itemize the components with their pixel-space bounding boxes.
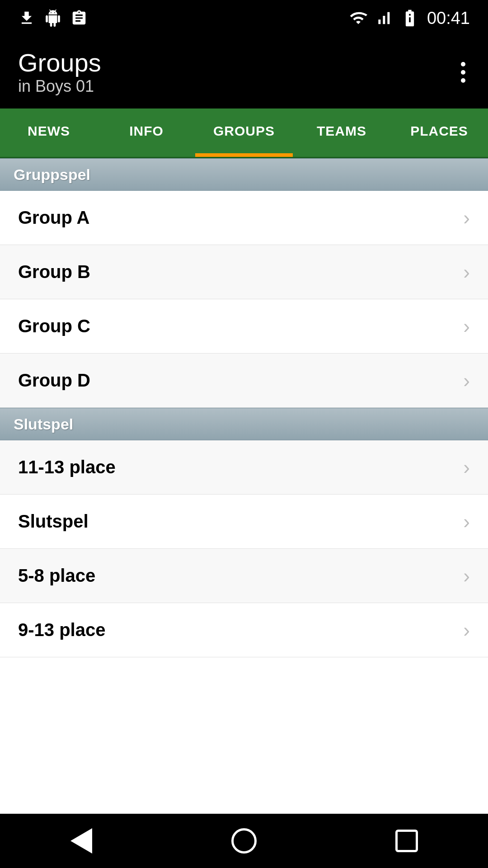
list-item-11-13-place[interactable]: 11-13 place ›	[0, 440, 488, 495]
section-header-slutspel-label: Slutspel	[14, 415, 73, 433]
list-item-9-13-place[interactable]: 9-13 place ›	[0, 603, 488, 657]
list-item-group-d[interactable]: Group D ›	[0, 354, 488, 408]
section-header-slutspel: Slutspel	[0, 408, 488, 440]
chevron-right-icon: ›	[463, 261, 470, 283]
list-item-group-a-label: Group A	[18, 208, 90, 228]
list-item-group-b[interactable]: Group B ›	[0, 245, 488, 299]
status-time: 00:41	[427, 9, 470, 28]
back-button[interactable]	[54, 814, 108, 868]
overflow-menu-button[interactable]	[456, 57, 470, 87]
section-header-gruppspel-label: Gruppspel	[14, 166, 90, 184]
list-item-group-b-label: Group B	[18, 262, 90, 282]
list-item-5-8-label: 5-8 place	[18, 566, 95, 586]
tab-info[interactable]: INFO	[98, 108, 195, 157]
menu-dot-2	[461, 70, 465, 75]
list-item-slutspel[interactable]: Slutspel ›	[0, 495, 488, 549]
bottom-nav-bar	[0, 814, 488, 868]
tab-teams-label: TEAMS	[317, 123, 366, 139]
tab-news-label: NEWS	[28, 123, 70, 139]
list-item-5-8-place[interactable]: 5-8 place ›	[0, 549, 488, 603]
tab-news[interactable]: NEWS	[0, 108, 98, 157]
signal-icon	[375, 9, 393, 27]
wifi-icon	[349, 9, 367, 27]
status-bar: 00:41	[0, 0, 488, 36]
tab-active-indicator	[195, 153, 293, 157]
chevron-right-icon: ›	[463, 565, 470, 587]
recents-icon	[395, 830, 418, 852]
content-area: Gruppspel Group A › Group B › Group C › …	[0, 158, 488, 814]
chevron-right-icon: ›	[463, 456, 470, 479]
home-button[interactable]	[217, 814, 271, 868]
tab-info-label: INFO	[129, 123, 164, 139]
chevron-right-icon: ›	[463, 315, 470, 338]
notification-icon	[70, 9, 88, 27]
menu-dot-1	[461, 62, 465, 66]
section-header-gruppspel: Gruppspel	[0, 158, 488, 191]
home-icon	[231, 828, 257, 854]
tab-bar: NEWS INFO GROUPS TEAMS PLACES	[0, 108, 488, 158]
list-item-11-13-label: 11-13 place	[18, 457, 116, 477]
chevron-right-icon: ›	[463, 207, 470, 229]
back-icon	[70, 828, 92, 854]
tab-places[interactable]: PLACES	[390, 108, 488, 157]
list-item-9-13-label: 9-13 place	[18, 620, 105, 640]
tab-groups[interactable]: GROUPS	[195, 108, 293, 157]
header-title-block: Groups in Boys 01	[18, 49, 101, 96]
list-item-slutspel-label: Slutspel	[18, 511, 89, 532]
app-header: Groups in Boys 01	[0, 36, 488, 108]
chevron-right-icon: ›	[463, 619, 470, 642]
list-item-group-c-label: Group C	[18, 316, 90, 336]
list-item-group-d-label: Group D	[18, 370, 90, 391]
recents-button[interactable]	[380, 814, 434, 868]
chevron-right-icon: ›	[463, 369, 470, 392]
list-item-group-a[interactable]: Group A ›	[0, 191, 488, 245]
tab-teams[interactable]: TEAMS	[293, 108, 390, 157]
download-icon	[18, 9, 35, 27]
page-subtitle: in Boys 01	[18, 77, 101, 96]
tab-places-label: PLACES	[410, 123, 468, 139]
tab-groups-label: GROUPS	[213, 123, 275, 139]
battery-icon	[400, 8, 420, 28]
status-icons-left	[18, 9, 88, 27]
menu-dot-3	[461, 78, 465, 83]
list-item-group-c[interactable]: Group C ›	[0, 299, 488, 354]
page-title: Groups	[18, 49, 101, 77]
chevron-right-icon: ›	[463, 510, 470, 533]
status-icons-right: 00:41	[349, 8, 470, 28]
android-icon	[44, 9, 61, 27]
